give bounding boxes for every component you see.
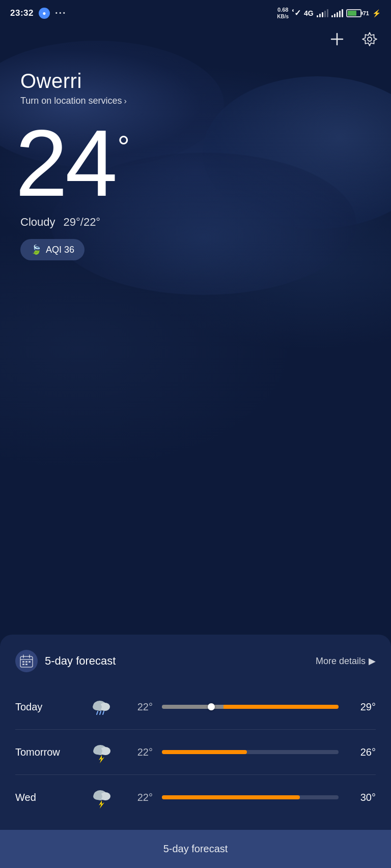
- settings-button[interactable]: [358, 28, 381, 50]
- weather-icon-tomorrow: [87, 741, 117, 763]
- network-type: 4G: [304, 9, 314, 17]
- temp-bar-today: [162, 705, 339, 709]
- temperature-section: 24 °: [0, 106, 391, 211]
- top-actions: [0, 24, 391, 54]
- weather-description: Cloudy 29°/22°: [0, 211, 391, 229]
- status-time: 23:32: [10, 8, 34, 18]
- svg-rect-8: [22, 661, 24, 663]
- location-link[interactable]: Turn on location services ›: [20, 96, 371, 106]
- status-bar: 23:32 ● ··· 0.68 KB/s ʿ✓ 4G: [0, 0, 391, 24]
- svg-marker-26: [99, 800, 104, 809]
- more-details-button[interactable]: More details ▶: [316, 655, 376, 667]
- svg-line-16: [97, 711, 98, 714]
- temp-min-today: 22°: [122, 701, 153, 713]
- forecast-title-row: 5-day forecast: [15, 650, 116, 672]
- battery-fill: [348, 11, 356, 16]
- data-speed: 0.68 KB/s: [277, 6, 289, 20]
- city-name: Owerri: [20, 70, 371, 93]
- weather-icon-today: [87, 696, 117, 718]
- more-details-label: More details: [316, 656, 366, 667]
- chevron-right-icon: ›: [124, 97, 126, 106]
- vpn-icon: ●: [39, 8, 50, 19]
- svg-line-18: [103, 711, 104, 714]
- forecast-row-wed: Wed 22° 30°: [15, 775, 376, 820]
- forecast-card: 5-day forecast More details ▶ Today: [0, 635, 391, 868]
- temp-low: 22°: [83, 216, 100, 228]
- signal-bars-2: [331, 9, 343, 17]
- temp-range: 29°/22°: [63, 216, 100, 229]
- svg-point-25: [93, 793, 102, 800]
- overflow-dots: ···: [55, 7, 67, 19]
- more-details-chevron: ▶: [369, 655, 376, 667]
- temp-min-tomorrow: 22°: [122, 746, 153, 758]
- calendar-icon: [15, 650, 38, 672]
- temp-min-wed: 22°: [122, 792, 153, 803]
- leaf-icon: 🍃: [31, 244, 42, 255]
- five-day-forecast-button[interactable]: 5-day forecast: [0, 830, 391, 868]
- svg-point-21: [93, 747, 102, 755]
- forecast-row-today: Today 22° 29°: [15, 684, 376, 730]
- day-label-today: Today: [15, 701, 81, 713]
- svg-marker-22: [99, 755, 104, 763]
- temp-max-wed: 30°: [348, 792, 376, 803]
- signal-bars-1: [317, 9, 328, 17]
- temp-bar-wed: [162, 795, 339, 799]
- svg-point-3: [368, 37, 372, 41]
- day-label-wed: Wed: [15, 792, 81, 803]
- temp-max-tomorrow: 26°: [348, 746, 376, 758]
- svg-rect-9: [25, 661, 27, 663]
- svg-rect-12: [25, 664, 27, 665]
- svg-marker-2: [362, 33, 377, 46]
- temp-bar-tomorrow: [162, 750, 339, 754]
- temp-high: 29°: [63, 216, 80, 228]
- temp-max-today: 29°: [348, 701, 376, 713]
- plus-icon: [329, 32, 345, 47]
- forecast-row-tomorrow: Tomorrow 22° 26°: [15, 730, 376, 775]
- battery-indicator: 71: [346, 9, 369, 17]
- forecast-title: 5-day forecast: [45, 654, 116, 668]
- svg-line-17: [100, 711, 101, 714]
- battery-level: 71: [363, 10, 369, 16]
- aqi-section: 🍃 AQI 36: [0, 229, 391, 260]
- add-button[interactable]: [326, 28, 348, 50]
- condition-label: Cloudy: [20, 216, 55, 229]
- svg-rect-10: [29, 661, 31, 663]
- forecast-header: 5-day forecast More details ▶: [15, 650, 376, 672]
- charging-icon: ⚡: [372, 9, 381, 17]
- svg-point-15: [93, 703, 102, 710]
- weather-icon-wed: [87, 786, 117, 809]
- settings-icon: [362, 32, 377, 47]
- degree-symbol: °: [118, 132, 127, 162]
- aqi-value: AQI 36: [46, 245, 74, 255]
- temp-bar-dot: [208, 703, 215, 710]
- bluetooth-icon: ʿ✓: [292, 8, 301, 18]
- day-label-tomorrow: Tomorrow: [15, 746, 81, 758]
- aqi-badge[interactable]: 🍃 AQI 36: [20, 239, 85, 260]
- svg-rect-11: [22, 664, 24, 665]
- location-prompt: Turn on location services: [20, 96, 122, 106]
- city-section: Owerri Turn on location services ›: [0, 54, 391, 106]
- temperature-value: 24: [15, 116, 115, 211]
